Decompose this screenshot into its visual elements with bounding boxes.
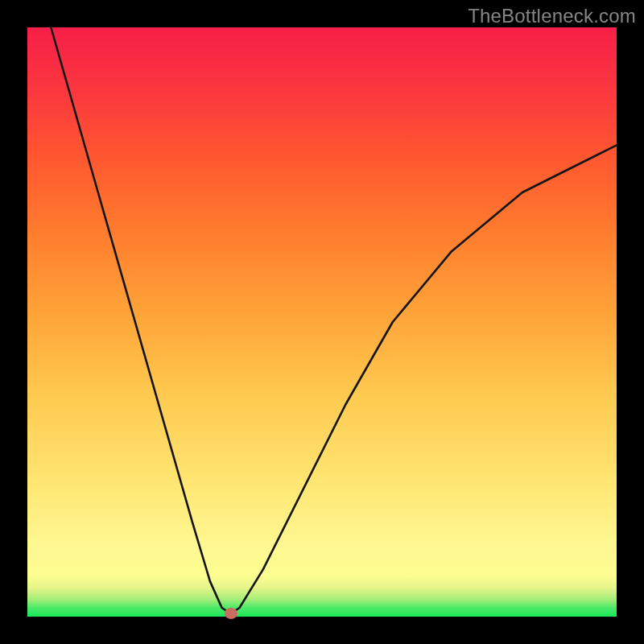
bottleneck-curve: [27, 27, 617, 617]
optimal-point-marker: [225, 608, 237, 619]
watermark-label: TheBottleneck.com: [468, 5, 636, 27]
chart-frame: TheBottleneck.com: [0, 0, 644, 644]
plot-area: [27, 27, 617, 617]
